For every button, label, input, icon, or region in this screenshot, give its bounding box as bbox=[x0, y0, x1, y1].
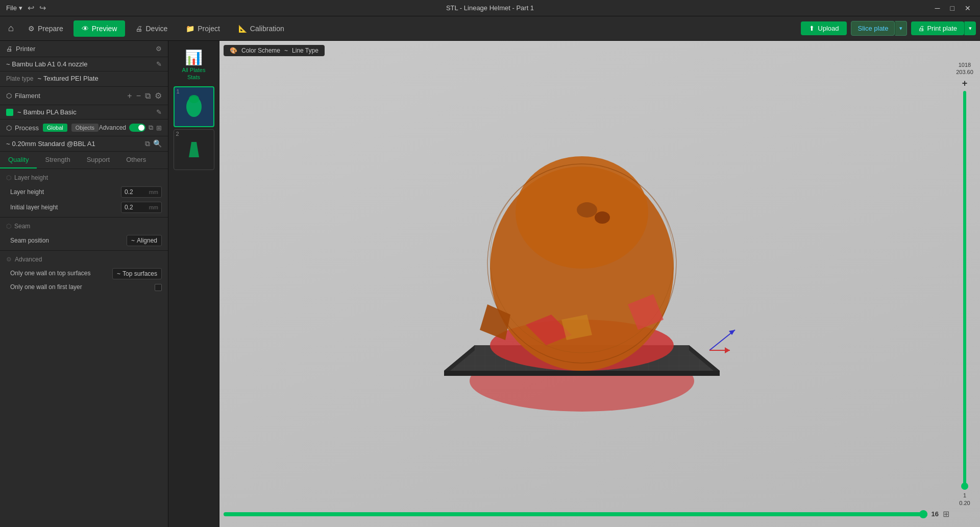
scale-track[interactable] bbox=[963, 91, 966, 490]
all-plates-label: All Plates bbox=[182, 67, 206, 73]
printer-dropdown-icon: ~ bbox=[6, 60, 10, 68]
seam-position-row: Seam position ~ Aligned bbox=[0, 233, 168, 248]
color-scheme-chevron: ~ bbox=[284, 47, 288, 54]
stats-icon: 📊 bbox=[185, 49, 203, 66]
printer-name-text[interactable]: Bambu Lab A1 0.4 nozzle bbox=[12, 60, 87, 68]
file-menu[interactable]: File ▾ bbox=[6, 4, 22, 12]
advanced-toggle-switch[interactable] bbox=[129, 124, 145, 132]
profile-icons: ⧉ 🔍 bbox=[145, 139, 162, 148]
print-dropdown-button[interactable]: ▾ bbox=[964, 21, 976, 35]
seam-position-select[interactable]: ~ Aligned bbox=[127, 235, 162, 246]
nav-item-prepare[interactable]: ⚙ Prepare bbox=[20, 20, 71, 37]
print-icon: 🖨 bbox=[918, 25, 925, 32]
nav-item-preview[interactable]: 👁 Preview bbox=[74, 20, 126, 37]
section-divider-2 bbox=[0, 250, 168, 251]
plate-thumbnail-2[interactable]: 2 bbox=[174, 129, 214, 170]
top-surfaces-value: Top surfaces bbox=[122, 270, 157, 277]
printer-edit-icon[interactable]: ✎ bbox=[156, 60, 162, 68]
plate-type-row: Plate type ~ Textured PEI Plate bbox=[0, 71, 168, 87]
seam-position-value: Aligned bbox=[137, 237, 157, 244]
layer-slider-track[interactable] bbox=[224, 512, 927, 516]
layer-height-group-header[interactable]: ⬡ Layer height bbox=[0, 171, 168, 184]
process-right: Advanced ⧉ ⊞ bbox=[99, 124, 162, 132]
filament-add-button[interactable]: + bbox=[127, 91, 132, 101]
profile-search-icon[interactable]: 🔍 bbox=[153, 139, 162, 148]
svg-point-1 bbox=[189, 95, 199, 103]
layer-slider-thumb[interactable] bbox=[919, 510, 927, 518]
upload-icon: ⬆ bbox=[809, 25, 815, 32]
redo-button[interactable]: ↪ bbox=[39, 3, 46, 13]
window-controls: ─ □ ✕ bbox=[932, 3, 974, 13]
scale-plus-button[interactable]: + bbox=[962, 78, 968, 89]
filament-icon: ⬡ bbox=[6, 92, 12, 100]
advanced-group-icon: ⚙ bbox=[6, 256, 12, 263]
filament-color-swatch[interactable] bbox=[6, 109, 13, 116]
nav-item-calibration[interactable]: 📐 Calibration bbox=[230, 20, 292, 37]
slice-button[interactable]: Slice plate bbox=[851, 21, 895, 36]
layer-height-input[interactable]: 0.2 mm bbox=[121, 186, 162, 198]
initial-layer-height-input[interactable]: 0.2 mm bbox=[121, 202, 162, 213]
filament-name-label: Bambu PLA Basic bbox=[23, 108, 77, 116]
printer-gear-icon[interactable]: ⚙ bbox=[156, 45, 162, 53]
filament-remove-button[interactable]: − bbox=[136, 91, 141, 101]
layers-icon[interactable]: ⊞ bbox=[943, 509, 949, 519]
nav-item-device[interactable]: 🖨 Device bbox=[127, 20, 176, 37]
layer-height-row: Layer height 0.2 mm bbox=[0, 184, 168, 200]
process-global-badge[interactable]: Global bbox=[43, 124, 67, 132]
color-scheme-icon: 🎨 bbox=[230, 47, 237, 54]
line-type-label: Line Type bbox=[292, 47, 318, 54]
home-button[interactable]: ⌂ bbox=[4, 21, 18, 36]
print-button[interactable]: 🖨 Print plate bbox=[911, 21, 964, 35]
window-title: STL - Lineage Helmet - Part 1 bbox=[446, 4, 534, 12]
svg-marker-8 bbox=[444, 371, 720, 376]
filament-title-label: Filament bbox=[15, 92, 40, 100]
plate-type-value[interactable]: ~ Textured PEI Plate bbox=[37, 75, 98, 82]
nav-item-project[interactable]: 📁 Project bbox=[178, 20, 228, 37]
layer-height-unit: mm bbox=[149, 189, 158, 195]
process-copy-icon[interactable]: ⧉ bbox=[149, 124, 153, 132]
plate-panel: 📊 All Plates Stats 1 2 bbox=[168, 41, 219, 527]
profile-name-text[interactable]: ~ 0.20mm Standard @BBL A1 bbox=[6, 140, 141, 148]
viewport[interactable]: 🎨 Color Scheme ~ Line Type bbox=[219, 41, 980, 527]
plate-type-text: Textured PEI Plate bbox=[43, 75, 99, 82]
printer-name-label: ~ Bambu Lab A1 0.4 nozzle bbox=[6, 60, 87, 68]
plate-1-number: 1 bbox=[177, 88, 180, 94]
slice-dropdown-button[interactable]: ▾ bbox=[895, 21, 907, 36]
project-icon: 📁 bbox=[186, 25, 194, 33]
initial-layer-height-label: Initial layer height bbox=[10, 204, 121, 211]
scale-thumb[interactable] bbox=[961, 483, 968, 490]
tab-quality[interactable]: Quality bbox=[0, 152, 37, 169]
tab-others[interactable]: Others bbox=[118, 152, 154, 169]
preview-label: Preview bbox=[92, 25, 117, 33]
process-objects-badge[interactable]: Objects bbox=[71, 124, 99, 132]
nav-right: ⬆ Upload Slice plate ▾ 🖨 Print plate ▾ bbox=[801, 21, 976, 36]
upload-button[interactable]: ⬆ Upload bbox=[801, 21, 847, 35]
maximize-button[interactable]: □ bbox=[947, 3, 958, 13]
file-chevron: ▾ bbox=[19, 4, 22, 12]
advanced-toggle-label: Advanced bbox=[99, 124, 126, 131]
filament-actions: + − ⧉ ⚙ bbox=[127, 91, 162, 101]
first-layer-label: Only one wall on first layer bbox=[10, 283, 155, 292]
seam-group-header[interactable]: ⬡ Seam bbox=[0, 220, 168, 233]
plate-thumbnail-1[interactable]: 1 bbox=[174, 86, 214, 127]
seam-group-icon: ⬡ bbox=[6, 223, 11, 230]
layer-height-label: Layer height bbox=[10, 188, 121, 196]
tab-strength[interactable]: Strength bbox=[37, 152, 78, 169]
filament-settings-button[interactable]: ⚙ bbox=[155, 91, 162, 101]
close-button[interactable]: ✕ bbox=[962, 3, 974, 13]
profile-copy-icon[interactable]: ⧉ bbox=[145, 139, 150, 148]
filament-name-text[interactable]: ~ Bambu PLA Basic bbox=[17, 108, 152, 116]
filament-edit-icon[interactable]: ✎ bbox=[156, 108, 162, 116]
undo-button[interactable]: ↩ bbox=[28, 3, 34, 13]
initial-layer-height-unit: mm bbox=[149, 204, 158, 210]
tab-support[interactable]: Support bbox=[79, 152, 118, 169]
all-plates-stats-button[interactable]: 📊 All Plates Stats bbox=[178, 45, 210, 84]
advanced-group-header[interactable]: ⚙ Advanced bbox=[0, 253, 168, 266]
filament-copy-button[interactable]: ⧉ bbox=[145, 91, 151, 101]
seam-position-label: Seam position bbox=[10, 237, 127, 244]
first-layer-checkbox[interactable] bbox=[155, 284, 162, 291]
process-settings-icon[interactable]: ⊞ bbox=[156, 124, 162, 132]
top-surfaces-select[interactable]: ~ Top surfaces bbox=[112, 268, 162, 279]
color-scheme-bar[interactable]: 🎨 Color Scheme ~ Line Type bbox=[224, 45, 325, 56]
minimize-button[interactable]: ─ bbox=[932, 3, 943, 13]
